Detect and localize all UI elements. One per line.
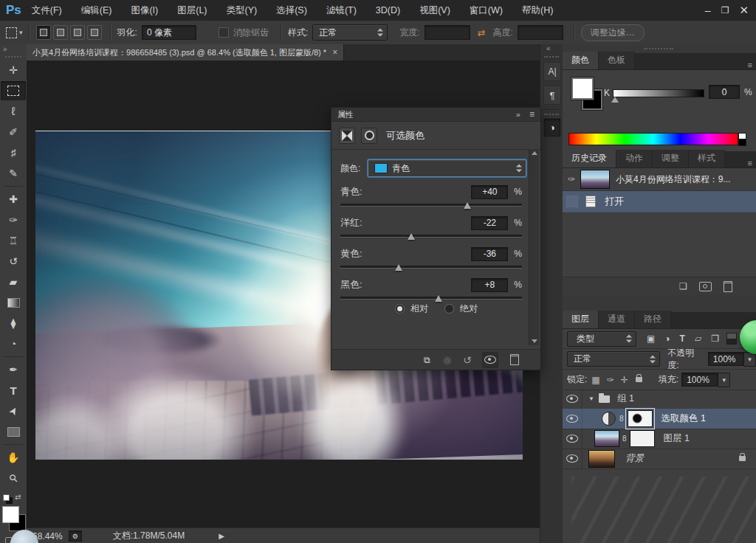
absolute-radio[interactable] bbox=[444, 304, 454, 314]
subtract-selection-button[interactable] bbox=[70, 25, 85, 40]
new-document-from-state-icon[interactable]: ❏ bbox=[679, 281, 687, 291]
properties-scrollbar[interactable] bbox=[529, 149, 539, 345]
anti-alias-checkbox[interactable] bbox=[219, 27, 229, 38]
document-tab[interactable]: 小莫4月份网络培训课程：986658485 (3).psd @ 68.4% (选… bbox=[27, 44, 344, 60]
background-layer-name[interactable]: 背景 bbox=[625, 452, 644, 465]
history-open-row[interactable]: 打开 bbox=[563, 191, 756, 212]
delete-adjustment-icon[interactable] bbox=[510, 354, 519, 365]
k-value-box[interactable]: 0 bbox=[709, 85, 740, 99]
pen-tool[interactable]: ✒ bbox=[1, 360, 26, 379]
layer-thumbnail[interactable] bbox=[594, 430, 619, 447]
menu-edit[interactable]: 编辑(E) bbox=[81, 4, 112, 17]
menu-view[interactable]: 视图(V) bbox=[419, 4, 450, 17]
relative-radio[interactable] bbox=[395, 304, 405, 314]
hand-tool[interactable]: ✋ bbox=[1, 448, 26, 467]
group-expand-icon[interactable]: ▼ bbox=[588, 395, 594, 402]
menu-image[interactable]: 图像(I) bbox=[131, 4, 158, 17]
menu-select[interactable]: 选择(S) bbox=[276, 4, 307, 17]
move-tool[interactable]: ✛ bbox=[1, 60, 26, 80]
menu-type[interactable]: 类型(Y) bbox=[227, 4, 258, 17]
default-colors-icon[interactable] bbox=[3, 494, 10, 501]
filter-type-icon[interactable]: T bbox=[680, 333, 685, 344]
lasso-tool[interactable]: ℓ bbox=[1, 102, 26, 121]
fill-caret-icon[interactable]: ▾ bbox=[718, 373, 730, 387]
new-selection-button[interactable] bbox=[36, 25, 51, 40]
new-snapshot-icon[interactable] bbox=[699, 282, 712, 291]
cyan-value[interactable]: +40 bbox=[471, 185, 508, 199]
color-panel-menu-icon[interactable]: ≡ bbox=[748, 60, 752, 69]
filter-adjustment-icon[interactable]: ◑ bbox=[664, 333, 670, 344]
tab-color[interactable]: 颜色 bbox=[563, 52, 599, 69]
close-button[interactable]: ✕ bbox=[739, 4, 749, 17]
add-selection-button[interactable] bbox=[53, 25, 68, 40]
crop-tool[interactable]: ♯ bbox=[1, 143, 26, 162]
toolbar-collapse-icon[interactable]: » bbox=[3, 45, 7, 53]
gradient-tool[interactable] bbox=[1, 293, 26, 312]
tab-channels[interactable]: 通道 bbox=[599, 311, 635, 328]
feather-input[interactable]: 0 像素 bbox=[142, 25, 196, 40]
refine-edge-button[interactable]: 调整边缘… bbox=[581, 24, 645, 41]
paragraph-panel-button[interactable]: ¶ bbox=[543, 86, 561, 105]
menu-layer[interactable]: 图层(L) bbox=[177, 4, 207, 17]
tab-close-icon[interactable]: × bbox=[332, 47, 337, 58]
history-brush-tool[interactable]: ↺ bbox=[1, 252, 26, 271]
black-slider-thumb[interactable] bbox=[435, 295, 442, 302]
visibility-toggle-button[interactable] bbox=[482, 352, 498, 368]
layer-row-selective-color[interactable]: 8 选取颜色 1 bbox=[563, 409, 756, 429]
tab-swatches[interactable]: 色板 bbox=[599, 52, 635, 69]
lock-all-icon[interactable] bbox=[636, 377, 642, 382]
tab-adjustments[interactable]: 调整 bbox=[653, 150, 689, 167]
reset-adjustment-icon[interactable]: ↺ bbox=[463, 354, 472, 366]
menu-window[interactable]: 窗口(W) bbox=[470, 4, 503, 17]
style-select[interactable]: 正常 bbox=[312, 24, 388, 41]
fill-value-box[interactable]: 100% bbox=[681, 373, 718, 387]
layer-row-group[interactable]: ▼ 组 1 bbox=[563, 389, 756, 409]
color-spectrum-bar[interactable] bbox=[568, 133, 738, 145]
lock-paint-icon[interactable]: ✑ bbox=[607, 375, 614, 385]
magenta-value[interactable]: -22 bbox=[471, 216, 508, 230]
clone-stamp-tool[interactable]: ♖ bbox=[1, 231, 26, 250]
history-panel-menu-icon[interactable]: ≡ bbox=[748, 159, 752, 167]
color-select[interactable]: 青色 bbox=[368, 159, 526, 177]
intersect-selection-button[interactable] bbox=[87, 25, 102, 40]
tab-paths[interactable]: 路径 bbox=[635, 311, 671, 328]
menu-help[interactable]: 帮助(H) bbox=[522, 4, 553, 17]
spectrum-black-swatch[interactable] bbox=[738, 139, 746, 146]
shape-tool[interactable] bbox=[1, 422, 26, 441]
character-panel-button[interactable]: A| bbox=[543, 62, 561, 81]
tab-styles[interactable]: 样式 bbox=[689, 150, 725, 167]
layer-mask-thumbnail[interactable] bbox=[630, 430, 655, 447]
brush-tool[interactable]: ✑ bbox=[1, 210, 26, 229]
swap-dimensions-icon[interactable]: ⇄ bbox=[478, 27, 486, 38]
rectangular-marquee-tool[interactable] bbox=[1, 81, 26, 100]
status-flyout-icon[interactable]: ▶ bbox=[219, 532, 224, 540]
type-tool[interactable]: T bbox=[1, 381, 26, 400]
menu-3d[interactable]: 3D(D) bbox=[376, 5, 400, 15]
history-brush-source-icon[interactable]: ✑ bbox=[563, 174, 580, 184]
blur-tool[interactable]: ⧫ bbox=[1, 314, 26, 333]
panel-collapse-icon[interactable]: » bbox=[516, 110, 520, 119]
foreground-swatch[interactable] bbox=[571, 77, 594, 100]
scroll-up-icon[interactable] bbox=[532, 151, 537, 155]
dodge-tool[interactable]: ◔ bbox=[1, 334, 26, 353]
filter-image-icon[interactable]: ▣ bbox=[647, 333, 655, 344]
filter-smart-object-icon[interactable]: ❐ bbox=[711, 333, 719, 344]
filter-toggle[interactable] bbox=[726, 333, 737, 345]
tab-actions[interactable]: 动作 bbox=[616, 150, 653, 167]
path-selection-tool[interactable]: ➤ bbox=[1, 401, 26, 421]
scroll-down-icon[interactable] bbox=[532, 339, 537, 343]
blend-mode-select[interactable]: 正常 bbox=[567, 351, 660, 367]
width-input[interactable] bbox=[425, 25, 470, 40]
dock-expand-icon[interactable]: « bbox=[546, 44, 551, 52]
filter-shape-icon[interactable]: ▱ bbox=[695, 333, 701, 344]
layer-filter-select[interactable]: 类型 bbox=[567, 331, 636, 347]
tool-preset[interactable]: ▾ bbox=[6, 27, 23, 38]
tab-history[interactable]: 历史记录 bbox=[563, 150, 616, 167]
lock-transparent-icon[interactable]: ▦ bbox=[591, 375, 599, 385]
lock-move-icon[interactable]: ✛ bbox=[621, 375, 628, 385]
restore-button[interactable]: ❐ bbox=[721, 5, 729, 15]
eye-icon[interactable] bbox=[566, 435, 578, 443]
eyedropper-tool[interactable]: ✎ bbox=[1, 164, 26, 183]
panel-menu-icon[interactable]: ≡ bbox=[529, 109, 535, 120]
properties-title-bar[interactable]: 属性 » ≡ bbox=[331, 108, 540, 122]
